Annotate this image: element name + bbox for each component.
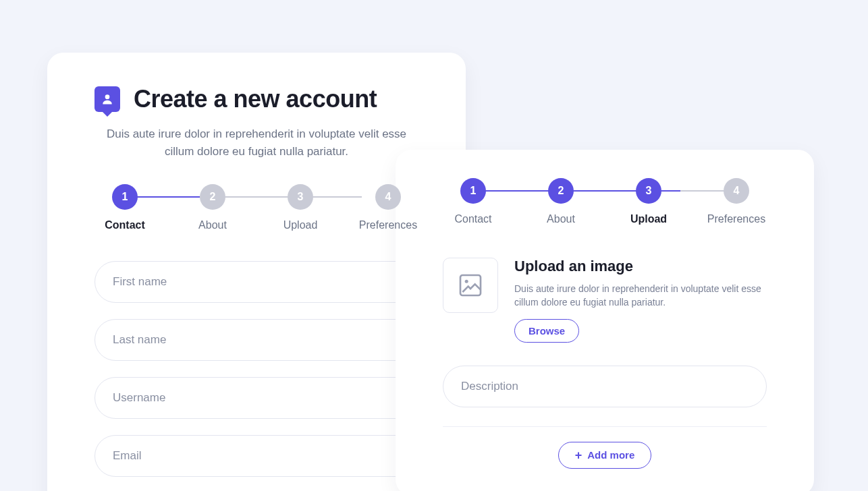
card-title: Create a new account bbox=[134, 85, 377, 113]
step-label: Preferences bbox=[359, 219, 417, 231]
last-name-input[interactable] bbox=[94, 319, 418, 361]
step-bubble: 3 bbox=[636, 178, 661, 204]
step-label: About bbox=[547, 213, 575, 225]
step-bubble: 1 bbox=[460, 178, 486, 204]
card-subtitle: Duis aute irure dolor in reprehenderit i… bbox=[94, 125, 418, 161]
card-header: Create a new account bbox=[94, 85, 418, 113]
first-name-input[interactable] bbox=[94, 261, 418, 303]
stepper-upload: 1 Contact 2 About 3 Upload 4 Preferences bbox=[443, 178, 767, 225]
step-bubble: 3 bbox=[288, 184, 313, 210]
step-contact[interactable]: 1 Contact bbox=[443, 178, 504, 225]
username-input[interactable] bbox=[94, 377, 418, 419]
signup-card-upload: 1 Contact 2 About 3 Upload 4 Preferences… bbox=[396, 150, 814, 491]
step-label: About bbox=[198, 219, 227, 231]
email-input[interactable] bbox=[94, 435, 418, 477]
step-about[interactable]: 2 About bbox=[182, 184, 243, 231]
step-upload[interactable]: 3 Upload bbox=[270, 184, 331, 231]
step-label: Upload bbox=[630, 213, 667, 225]
add-more-button[interactable]: + Add more bbox=[558, 442, 652, 469]
step-label: Contact bbox=[105, 219, 145, 231]
description-input[interactable] bbox=[443, 366, 767, 407]
svg-point-0 bbox=[105, 94, 110, 99]
step-contact[interactable]: 1 Contact bbox=[94, 184, 155, 231]
upload-row: Upload an image Duis aute irure dolor in… bbox=[443, 258, 767, 343]
upload-dropzone[interactable] bbox=[443, 258, 498, 313]
upload-text-block: Upload an image Duis aute irure dolor in… bbox=[514, 258, 767, 343]
svg-point-2 bbox=[465, 280, 468, 283]
upload-desc: Duis aute irure dolor in reprehenderit i… bbox=[514, 282, 767, 310]
image-icon bbox=[457, 272, 484, 299]
step-bubble: 4 bbox=[375, 184, 401, 210]
browse-button[interactable]: Browse bbox=[514, 319, 579, 343]
step-preferences[interactable]: 4 Preferences bbox=[358, 184, 418, 231]
add-more-label: Add more bbox=[587, 449, 634, 461]
step-label: Upload bbox=[283, 219, 318, 231]
step-upload[interactable]: 3 Upload bbox=[618, 178, 679, 225]
plus-icon: + bbox=[575, 449, 582, 461]
step-bubble: 2 bbox=[200, 184, 225, 210]
step-preferences[interactable]: 4 Preferences bbox=[706, 178, 767, 225]
step-about[interactable]: 2 About bbox=[531, 178, 591, 225]
step-label: Preferences bbox=[707, 213, 765, 225]
step-label: Contact bbox=[454, 213, 491, 225]
add-more-row: + Add more bbox=[443, 426, 767, 469]
person-badge-icon bbox=[94, 86, 120, 112]
step-bubble: 1 bbox=[112, 184, 138, 210]
step-bubble: 2 bbox=[548, 178, 574, 204]
step-bubble: 4 bbox=[724, 178, 749, 204]
upload-title: Upload an image bbox=[514, 258, 767, 275]
stepper-contact: 1 Contact 2 About 3 Upload 4 Preferences bbox=[94, 184, 418, 231]
